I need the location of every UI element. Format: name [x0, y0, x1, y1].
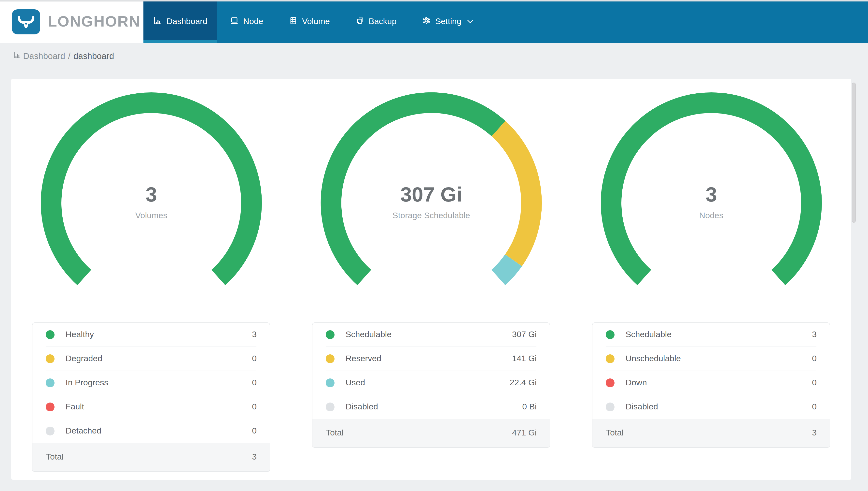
storage-gauge-chart: [318, 91, 544, 293]
legend-value: 3: [252, 330, 257, 340]
legend-rows: Schedulable3Unschedulable0Down0Disabled0: [593, 323, 830, 419]
breadcrumb-section: Dashboard: [23, 51, 65, 61]
volumes-legend-table: Healthy3Degraded0In Progress0Fault0Detac…: [32, 322, 271, 472]
legend-dot: [606, 403, 615, 411]
legend-total-row: Total 3: [593, 419, 830, 447]
nodes-legend-table: Schedulable3Unschedulable0Down0Disabled0…: [592, 322, 830, 448]
breadcrumb: Dashboard / dashboard: [0, 43, 868, 61]
gauge-segment-healthy: [51, 103, 251, 278]
nav-item-label: Node: [243, 17, 263, 27]
nav-item-label: Backup: [369, 17, 396, 27]
legend-total-label: Total: [46, 452, 64, 462]
gear-icon: [422, 16, 431, 27]
nav-item-setting[interactable]: Setting: [409, 0, 486, 43]
legend-dot: [46, 330, 55, 339]
legend-rows: Schedulable307 GiReserved141 GiUsed22.4 …: [313, 323, 550, 419]
legend-dot: [606, 330, 615, 339]
legend-label: Degraded: [66, 354, 102, 364]
legend-label: Down: [626, 378, 647, 388]
legend-row-reserved: Reserved141 Gi: [326, 347, 537, 371]
gauge-card-storage: 307 Gi Storage Schedulable Schedulable30…: [291, 79, 571, 480]
legend-total-value: 3: [812, 428, 817, 438]
legend-label: Fault: [66, 402, 84, 412]
bar-chart-icon: [153, 16, 162, 27]
legend-value: 0: [252, 354, 257, 364]
window-top-divider: [0, 0, 868, 1]
nav-item-backup[interactable]: Backup: [343, 0, 409, 43]
volumes-gauge-chart: [38, 91, 264, 293]
legend-row-fault: Fault0: [46, 395, 257, 419]
legend-value: 0: [812, 402, 817, 412]
legend-value: 0: [812, 378, 817, 388]
nav-item-label: Volume: [302, 17, 330, 27]
legend-total-label: Total: [606, 428, 624, 438]
longhorn-dashboard-page: LONGHORN Dashboard: [0, 0, 868, 491]
legend-row-schedulable: Schedulable307 Gi: [326, 323, 537, 347]
legend-label: Schedulable: [346, 330, 392, 340]
legend-value: 141 Gi: [512, 354, 537, 364]
gauge-segment-reserved: [499, 128, 531, 260]
brand-name: LONGHORN: [48, 13, 141, 30]
nav-item-node[interactable]: Node: [217, 0, 276, 43]
legend-value: 3: [812, 330, 817, 340]
legend-row-used: Used22.4 Gi: [326, 371, 537, 395]
legend-value: 0: [252, 402, 257, 412]
legend-row-unschedulable: Unschedulable0: [606, 347, 817, 371]
bull-icon: [12, 9, 40, 34]
legend-row-healthy: Healthy3: [46, 323, 257, 347]
legend-row-schedulable: Schedulable3: [606, 323, 817, 347]
legend-dot: [46, 354, 55, 363]
database-icon: [289, 16, 298, 27]
main-menu: Dashboard Node: [144, 0, 868, 43]
brand-logo[interactable]: LONGHORN: [0, 0, 144, 43]
breadcrumb-dashboard-link[interactable]: Dashboard: [13, 51, 65, 61]
legend-dot: [46, 378, 55, 387]
gauge-segment-used: [498, 260, 514, 278]
gauge-card-nodes: 3 Nodes Schedulable3Unschedulable0Down0D…: [571, 79, 851, 480]
nav-item-dashboard[interactable]: Dashboard: [144, 0, 217, 43]
top-navbar: LONGHORN Dashboard: [0, 0, 868, 43]
nav-item-volume[interactable]: Volume: [276, 0, 343, 43]
legend-row-detached: Detached0: [46, 419, 257, 443]
legend-dot: [326, 378, 335, 387]
legend-label: Disabled: [626, 402, 658, 412]
breadcrumb-separator: /: [68, 51, 70, 61]
breadcrumb-current-page: dashboard: [73, 51, 114, 61]
legend-label: Disabled: [346, 402, 378, 412]
legend-dot: [326, 354, 335, 363]
legend-rows: Healthy3Degraded0In Progress0Fault0Detac…: [33, 323, 270, 443]
gauge-segment-schedulable: [611, 103, 811, 278]
legend-row-disabled: Disabled0 Bi: [326, 395, 537, 419]
legend-row-disabled: Disabled0: [606, 395, 817, 419]
volumes-gauge: 3 Volumes: [38, 91, 264, 293]
legend-total-value: 471 Gi: [512, 428, 537, 438]
legend-label: Schedulable: [626, 330, 672, 340]
legend-row-degraded: Degraded0: [46, 347, 257, 371]
legend-label: In Progress: [66, 378, 108, 388]
legend-dot: [326, 330, 335, 339]
legend-label: Healthy: [66, 330, 94, 340]
legend-value: 307 Gi: [512, 330, 537, 340]
nodes-gauge-chart: [598, 91, 824, 293]
legend-value: 0 Bi: [522, 402, 537, 412]
vertical-scrollbar-thumb[interactable]: [852, 83, 856, 223]
gauge-segment-schedulable: [331, 103, 499, 278]
legend-label: Detached: [66, 426, 101, 436]
legend-dot: [46, 427, 55, 435]
legend-dot: [606, 354, 615, 363]
legend-dot: [46, 403, 55, 411]
legend-value: 0: [252, 378, 257, 388]
legend-total-value: 3: [252, 452, 257, 462]
legend-label: Reserved: [346, 354, 381, 364]
bar-chart-icon: [13, 51, 21, 61]
legend-total-label: Total: [326, 428, 344, 438]
legend-label: Unschedulable: [626, 354, 681, 364]
nav-item-label: Setting: [435, 17, 461, 27]
dashboard-card: 3 Volumes Healthy3Degraded0In Progress0F…: [11, 79, 851, 480]
legend-dot: [326, 403, 335, 411]
legend-value: 0: [812, 354, 817, 364]
nodes-gauge: 3 Nodes: [598, 91, 824, 293]
storage-gauge: 307 Gi Storage Schedulable: [318, 91, 544, 293]
legend-row-in-progress: In Progress0: [46, 371, 257, 395]
nav-item-label: Dashboard: [166, 17, 207, 27]
